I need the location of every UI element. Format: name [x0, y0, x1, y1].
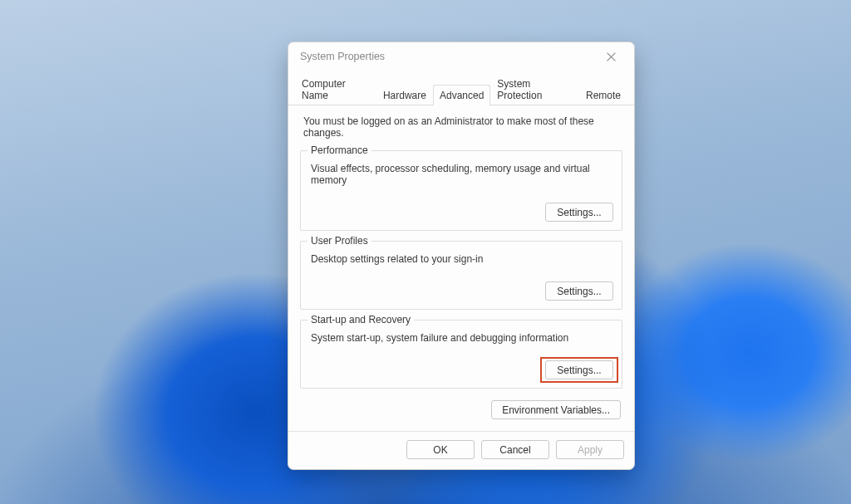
tab-system-protection[interactable]: System Protection	[490, 73, 579, 105]
group-startup-recovery: Start-up and Recovery System start-up, s…	[300, 320, 622, 389]
environment-variables-button[interactable]: Environment Variables...	[491, 400, 621, 419]
group-performance: Performance Visual effects, processor sc…	[300, 150, 622, 231]
cancel-button[interactable]: Cancel	[481, 440, 549, 459]
window-title: System Properties	[300, 51, 596, 62]
ok-button[interactable]: OK	[406, 440, 475, 459]
group-startup-recovery-legend: Start-up and Recovery	[307, 314, 414, 325]
tab-advanced[interactable]: Advanced	[433, 85, 490, 105]
close-icon	[607, 52, 616, 61]
startup-recovery-settings-button[interactable]: Settings...	[545, 360, 613, 379]
tab-remote[interactable]: Remote	[579, 85, 627, 105]
system-properties-dialog: System Properties Computer Name Hardware…	[288, 42, 635, 470]
group-startup-recovery-desc: System start-up, system failure and debu…	[309, 332, 613, 349]
apply-button[interactable]: Apply	[556, 440, 624, 459]
dialog-footer: OK Cancel Apply	[288, 431, 634, 469]
close-button[interactable]	[596, 45, 626, 68]
performance-settings-button[interactable]: Settings...	[545, 203, 613, 222]
group-user-profiles: User Profiles Desktop settings related t…	[300, 241, 622, 310]
group-user-profiles-legend: User Profiles	[307, 235, 371, 247]
group-performance-legend: Performance	[307, 144, 371, 156]
tab-strip: Computer Name Hardware Advanced System P…	[288, 72, 634, 105]
user-profiles-settings-button[interactable]: Settings...	[545, 281, 613, 301]
group-performance-desc: Visual effects, processor scheduling, me…	[309, 163, 613, 191]
tab-computer-name[interactable]: Computer Name	[295, 73, 376, 105]
titlebar: System Properties	[288, 42, 634, 71]
tab-body-advanced: You must be logged on as an Administrato…	[288, 105, 634, 431]
tab-hardware[interactable]: Hardware	[376, 85, 433, 105]
group-user-profiles-desc: Desktop settings related to your sign-in	[309, 253, 613, 270]
admin-note: You must be logged on as an Administrato…	[298, 114, 624, 145]
